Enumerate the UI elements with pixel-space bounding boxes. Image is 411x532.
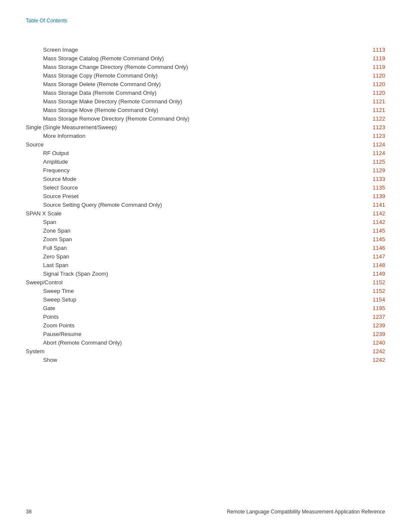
toc-entry-label[interactable]: Last Span — [26, 261, 352, 269]
toc-entry-label[interactable]: Source — [26, 140, 352, 149]
toc-entry-label[interactable]: Sweep/Control — [26, 278, 352, 286]
toc-entry-label[interactable]: System — [26, 347, 352, 355]
toc-entry-page[interactable]: 1119 — [352, 54, 385, 62]
toc-entry-label[interactable]: Source Preset — [26, 192, 352, 200]
toc-row: Mass Storage Copy (Remote Command Only)1… — [26, 71, 385, 80]
toc-row: Signal Track (Span Zoom)1149 — [26, 269, 385, 278]
toc-entry-page[interactable]: 1120 — [352, 88, 385, 97]
toc-entry-page[interactable]: 1239 — [352, 330, 385, 338]
toc-entry-label[interactable]: Gate — [26, 304, 352, 312]
toc-row: Gate1195 — [26, 304, 385, 312]
toc-entry-label[interactable]: Zoom Points — [26, 321, 352, 330]
toc-entry-label[interactable]: Source Setting Query (Remote Command Onl… — [26, 200, 352, 209]
toc-entry-page[interactable]: 1242 — [352, 347, 385, 355]
toc-entry-page[interactable]: 1142 — [352, 218, 385, 226]
toc-entry-label[interactable]: Full Span — [26, 243, 352, 252]
footer-title: Remote Language Compatibility Measuremen… — [227, 509, 385, 515]
page-container: Table Of Contents Screen Image1113Mass S… — [0, 0, 411, 390]
toc-entry-label[interactable]: Mass Storage Make Directory (Remote Comm… — [26, 97, 352, 106]
toc-entry-label[interactable]: Zone Span — [26, 226, 352, 235]
toc-row: Mass Storage Make Directory (Remote Comm… — [26, 97, 385, 106]
toc-row: Full Span1146 — [26, 243, 385, 252]
toc-entry-page[interactable]: 1125 — [352, 157, 385, 166]
toc-row: Mass Storage Move (Remote Command Only)1… — [26, 106, 385, 114]
toc-row: Zone Span1145 — [26, 226, 385, 235]
toc-row: Mass Storage Remove Directory (Remote Co… — [26, 114, 385, 123]
toc-entry-page[interactable]: 1120 — [352, 71, 385, 80]
toc-entry-label[interactable]: Mass Storage Change Directory (Remote Co… — [26, 62, 352, 71]
toc-entry-label[interactable]: Span — [26, 218, 352, 226]
toc-entry-label[interactable]: Mass Storage Delete (Remote Command Only… — [26, 80, 352, 88]
toc-entry-page[interactable]: 1145 — [352, 235, 385, 243]
toc-entry-page[interactable]: 1120 — [352, 80, 385, 88]
toc-row: Source1124 — [26, 140, 385, 149]
toc-row: Source Setting Query (Remote Command Onl… — [26, 200, 385, 209]
toc-entry-label[interactable]: Pause/Resume — [26, 330, 352, 338]
toc-entry-label[interactable]: Single (Single Measurement/Sweep) — [26, 123, 352, 131]
toc-entry-page[interactable]: 1142 — [352, 209, 385, 218]
toc-entry-label[interactable]: Signal Track (Span Zoom) — [26, 269, 352, 278]
toc-entry-page[interactable]: 1113 — [352, 45, 385, 54]
toc-entry-page[interactable]: 1149 — [352, 269, 385, 278]
toc-entry-label[interactable]: Mass Storage Move (Remote Command Only) — [26, 106, 352, 114]
toc-entry-page[interactable]: 1152 — [352, 286, 385, 295]
toc-entry-page[interactable]: 1240 — [352, 338, 385, 347]
toc-entry-page[interactable]: 1154 — [352, 295, 385, 304]
toc-entry-page[interactable]: 1123 — [352, 131, 385, 140]
toc-entry-page[interactable]: 1121 — [352, 106, 385, 114]
toc-entry-page[interactable]: 1124 — [352, 140, 385, 149]
toc-entry-label[interactable]: Show — [26, 355, 352, 364]
toc-entry-page[interactable]: 1129 — [352, 166, 385, 174]
toc-row: Amplitude1125 — [26, 157, 385, 166]
toc-entry-page[interactable]: 1242 — [352, 355, 385, 364]
toc-entry-page[interactable]: 1124 — [352, 149, 385, 157]
toc-entry-label[interactable]: SPAN X Scale — [26, 209, 352, 218]
toc-row: Abort (Remote Command Only)1240 — [26, 338, 385, 347]
toc-entry-page[interactable]: 1119 — [352, 62, 385, 71]
toc-row: Mass Storage Change Directory (Remote Co… — [26, 62, 385, 71]
toc-entry-label[interactable]: Screen Image — [26, 45, 352, 54]
toc-entry-label[interactable]: Zero Span — [26, 252, 352, 261]
toc-entry-page[interactable]: 1148 — [352, 261, 385, 269]
toc-entry-page[interactable]: 1141 — [352, 200, 385, 209]
toc-entry-label[interactable]: Mass Storage Data (Remote Command Only) — [26, 88, 352, 97]
toc-row: Show1242 — [26, 355, 385, 364]
toc-entry-label[interactable]: Sweep Setup — [26, 295, 352, 304]
toc-entry-label[interactable]: Sweep Time — [26, 286, 352, 295]
toc-row: Zoom Span1145 — [26, 235, 385, 243]
toc-entry-label[interactable]: More Information — [26, 131, 352, 140]
toc-entry-label[interactable]: Mass Storage Catalog (Remote Command Onl… — [26, 54, 352, 62]
toc-entry-label[interactable]: Mass Storage Copy (Remote Command Only) — [26, 71, 352, 80]
toc-row: Source Preset1139 — [26, 192, 385, 200]
toc-entry-page[interactable]: 1139 — [352, 192, 385, 200]
toc-row: Sweep/Control1152 — [26, 278, 385, 286]
toc-entry-label[interactable]: Mass Storage Remove Directory (Remote Co… — [26, 114, 352, 123]
toc-entry-page[interactable]: 1123 — [352, 123, 385, 131]
toc-entry-label[interactable]: Frequency — [26, 166, 352, 174]
toc-row: Sweep Time1152 — [26, 286, 385, 295]
toc-entry-page[interactable]: 1147 — [352, 252, 385, 261]
toc-entry-page[interactable]: 1135 — [352, 183, 385, 192]
toc-link[interactable]: Table Of Contents — [26, 18, 67, 24]
toc-row: Mass Storage Delete (Remote Command Only… — [26, 80, 385, 88]
toc-row: More Information1123 — [26, 131, 385, 140]
toc-entry-label[interactable]: Select Source — [26, 183, 352, 192]
toc-row: Screen Image1113 — [26, 45, 385, 54]
toc-entry-page[interactable]: 1145 — [352, 226, 385, 235]
toc-row: Mass Storage Catalog (Remote Command Onl… — [26, 54, 385, 62]
toc-entry-label[interactable]: Points — [26, 312, 352, 321]
toc-entry-label[interactable]: Abort (Remote Command Only) — [26, 338, 352, 347]
toc-entry-page[interactable]: 1122 — [352, 114, 385, 123]
toc-entry-label[interactable]: RF Output — [26, 149, 352, 157]
toc-entry-page[interactable]: 1152 — [352, 278, 385, 286]
toc-entry-label[interactable]: Source Mode — [26, 174, 352, 183]
toc-entry-page[interactable]: 1237 — [352, 312, 385, 321]
toc-entry-page[interactable]: 1195 — [352, 304, 385, 312]
toc-entry-page[interactable]: 1146 — [352, 243, 385, 252]
toc-entry-label[interactable]: Amplitude — [26, 157, 352, 166]
toc-entry-label[interactable]: Zoom Span — [26, 235, 352, 243]
toc-row: Zoom Points1239 — [26, 321, 385, 330]
toc-entry-page[interactable]: 1239 — [352, 321, 385, 330]
toc-entry-page[interactable]: 1121 — [352, 97, 385, 106]
toc-entry-page[interactable]: 1133 — [352, 174, 385, 183]
